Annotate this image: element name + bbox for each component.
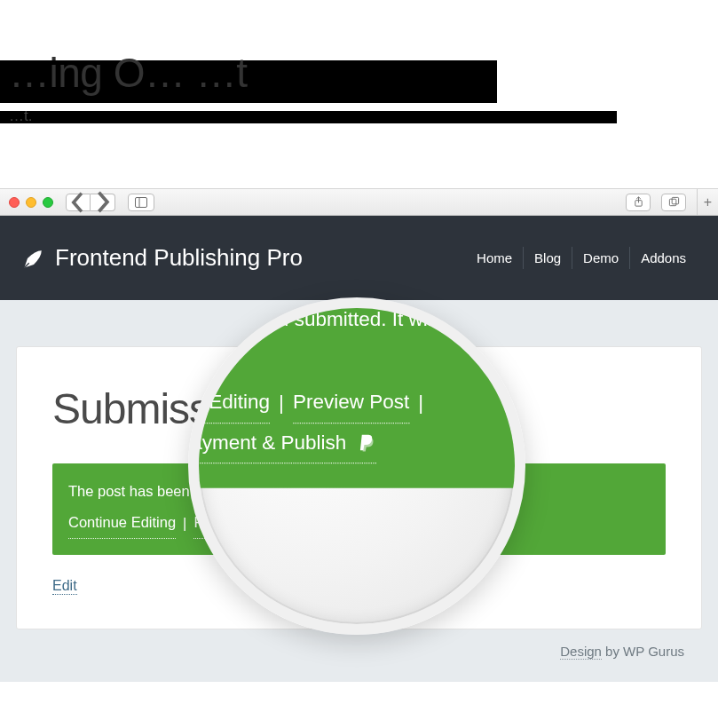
separator: | xyxy=(418,384,423,423)
maximize-window-icon[interactable] xyxy=(43,197,53,208)
menu-item-demo[interactable]: Demo xyxy=(572,247,629,269)
separator: | xyxy=(279,384,284,423)
back-button[interactable] xyxy=(66,194,91,211)
lens-make-payment-label: Make Payment & Publish xyxy=(188,431,346,454)
svg-rect-3 xyxy=(669,199,675,205)
forward-button[interactable] xyxy=(91,194,115,211)
menu-item-addons[interactable]: Addons xyxy=(629,247,697,269)
hero-title: …ing O… …t xyxy=(0,49,248,97)
lens-preview-post-link[interactable]: Preview Post xyxy=(293,384,409,423)
footer-by: by WP Gurus xyxy=(602,644,684,659)
paypal-icon xyxy=(359,432,376,453)
main-menu: Home Blog Demo Addons xyxy=(466,247,697,269)
separator: | xyxy=(183,510,186,537)
share-icon xyxy=(633,196,644,208)
menu-item-home[interactable]: Home xyxy=(466,247,523,269)
sidebar-icon xyxy=(135,197,147,208)
window-controls xyxy=(9,197,53,208)
svg-rect-0 xyxy=(136,197,147,207)
hero-subtitle: …t. xyxy=(0,107,32,125)
edit-link[interactable]: Edit xyxy=(52,578,77,595)
close-window-icon[interactable] xyxy=(9,197,20,208)
magnifier-lens: Submission Form The post has been submit… xyxy=(188,297,525,635)
site-header: Frontend Publishing Pro Home Blog Demo A… xyxy=(0,216,718,300)
continue-editing-link[interactable]: Continue Editing xyxy=(68,509,176,538)
design-link[interactable]: Design xyxy=(560,644,602,660)
sidebar-toggle-button[interactable] xyxy=(128,194,154,211)
browser-toolbar: + xyxy=(0,189,718,216)
share-button[interactable] xyxy=(626,194,651,211)
menu-item-blog[interactable]: Blog xyxy=(523,247,572,269)
pen-icon xyxy=(21,246,46,271)
lens-make-payment-link[interactable]: Make Payment & Publish xyxy=(188,423,376,463)
tabs-icon xyxy=(668,196,680,208)
minimize-window-icon[interactable] xyxy=(26,197,36,208)
chevron-left-icon xyxy=(67,191,90,214)
brand-label: Frontend Publishing Pro xyxy=(55,244,303,272)
chevron-right-icon xyxy=(91,190,114,214)
new-tab-button[interactable]: + xyxy=(697,189,718,216)
site-brand[interactable]: Frontend Publishing Pro xyxy=(21,244,303,272)
tabs-button[interactable] xyxy=(661,194,686,211)
svg-rect-4 xyxy=(672,197,678,203)
